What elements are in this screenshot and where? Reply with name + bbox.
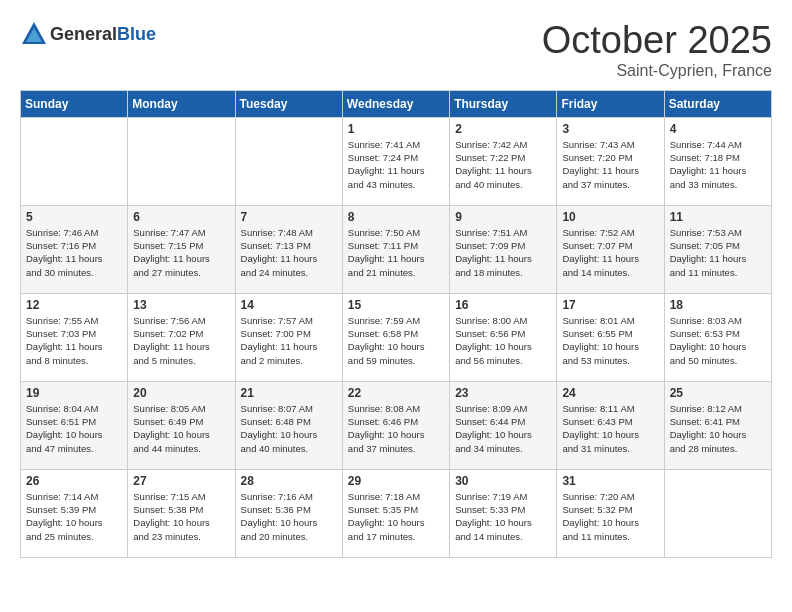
calendar-cell: 19Sunrise: 8:04 AM Sunset: 6:51 PM Dayli… [21,381,128,469]
day-number: 13 [133,298,229,312]
day-number: 26 [26,474,122,488]
cell-info: Sunrise: 7:51 AM Sunset: 7:09 PM Dayligh… [455,226,551,279]
cell-info: Sunrise: 7:46 AM Sunset: 7:16 PM Dayligh… [26,226,122,279]
calendar-cell: 2Sunrise: 7:42 AM Sunset: 7:22 PM Daylig… [450,117,557,205]
calendar-cell: 26Sunrise: 7:14 AM Sunset: 5:39 PM Dayli… [21,469,128,557]
calendar-cell: 4Sunrise: 7:44 AM Sunset: 7:18 PM Daylig… [664,117,771,205]
calendar-cell: 5Sunrise: 7:46 AM Sunset: 7:16 PM Daylig… [21,205,128,293]
calendar-week-row: 5Sunrise: 7:46 AM Sunset: 7:16 PM Daylig… [21,205,772,293]
calendar-cell [21,117,128,205]
cell-info: Sunrise: 8:05 AM Sunset: 6:49 PM Dayligh… [133,402,229,455]
weekday-header-cell: Saturday [664,90,771,117]
calendar-cell: 28Sunrise: 7:16 AM Sunset: 5:36 PM Dayli… [235,469,342,557]
title-block: October 2025 Saint-Cyprien, France [542,20,772,80]
logo-general-text: General [50,24,117,44]
cell-info: Sunrise: 7:59 AM Sunset: 6:58 PM Dayligh… [348,314,444,367]
calendar-cell [664,469,771,557]
day-number: 6 [133,210,229,224]
cell-info: Sunrise: 7:53 AM Sunset: 7:05 PM Dayligh… [670,226,766,279]
month-title: October 2025 [542,20,772,62]
cell-info: Sunrise: 8:03 AM Sunset: 6:53 PM Dayligh… [670,314,766,367]
day-number: 5 [26,210,122,224]
calendar-cell: 13Sunrise: 7:56 AM Sunset: 7:02 PM Dayli… [128,293,235,381]
day-number: 16 [455,298,551,312]
calendar-cell: 22Sunrise: 8:08 AM Sunset: 6:46 PM Dayli… [342,381,449,469]
calendar-cell: 20Sunrise: 8:05 AM Sunset: 6:49 PM Dayli… [128,381,235,469]
cell-info: Sunrise: 7:20 AM Sunset: 5:32 PM Dayligh… [562,490,658,543]
day-number: 11 [670,210,766,224]
day-number: 12 [26,298,122,312]
weekday-header-cell: Thursday [450,90,557,117]
cell-info: Sunrise: 7:56 AM Sunset: 7:02 PM Dayligh… [133,314,229,367]
cell-info: Sunrise: 7:15 AM Sunset: 5:38 PM Dayligh… [133,490,229,543]
cell-info: Sunrise: 7:16 AM Sunset: 5:36 PM Dayligh… [241,490,337,543]
calendar-cell: 24Sunrise: 8:11 AM Sunset: 6:43 PM Dayli… [557,381,664,469]
calendar-cell: 27Sunrise: 7:15 AM Sunset: 5:38 PM Dayli… [128,469,235,557]
calendar-cell: 18Sunrise: 8:03 AM Sunset: 6:53 PM Dayli… [664,293,771,381]
day-number: 10 [562,210,658,224]
calendar-cell: 6Sunrise: 7:47 AM Sunset: 7:15 PM Daylig… [128,205,235,293]
day-number: 29 [348,474,444,488]
cell-info: Sunrise: 7:47 AM Sunset: 7:15 PM Dayligh… [133,226,229,279]
calendar-cell: 31Sunrise: 7:20 AM Sunset: 5:32 PM Dayli… [557,469,664,557]
cell-info: Sunrise: 7:43 AM Sunset: 7:20 PM Dayligh… [562,138,658,191]
calendar-cell: 8Sunrise: 7:50 AM Sunset: 7:11 PM Daylig… [342,205,449,293]
calendar-cell: 1Sunrise: 7:41 AM Sunset: 7:24 PM Daylig… [342,117,449,205]
cell-info: Sunrise: 8:08 AM Sunset: 6:46 PM Dayligh… [348,402,444,455]
cell-info: Sunrise: 8:01 AM Sunset: 6:55 PM Dayligh… [562,314,658,367]
calendar-cell: 17Sunrise: 8:01 AM Sunset: 6:55 PM Dayli… [557,293,664,381]
day-number: 21 [241,386,337,400]
day-number: 2 [455,122,551,136]
cell-info: Sunrise: 8:00 AM Sunset: 6:56 PM Dayligh… [455,314,551,367]
day-number: 1 [348,122,444,136]
day-number: 20 [133,386,229,400]
day-number: 23 [455,386,551,400]
day-number: 24 [562,386,658,400]
logo-blue-text: Blue [117,24,156,44]
cell-info: Sunrise: 7:57 AM Sunset: 7:00 PM Dayligh… [241,314,337,367]
weekday-header-cell: Sunday [21,90,128,117]
cell-info: Sunrise: 7:18 AM Sunset: 5:35 PM Dayligh… [348,490,444,543]
calendar-cell: 3Sunrise: 7:43 AM Sunset: 7:20 PM Daylig… [557,117,664,205]
page-header: GeneralBlue October 2025 Saint-Cyprien, … [20,20,772,80]
calendar-cell: 12Sunrise: 7:55 AM Sunset: 7:03 PM Dayli… [21,293,128,381]
day-number: 31 [562,474,658,488]
day-number: 19 [26,386,122,400]
cell-info: Sunrise: 8:07 AM Sunset: 6:48 PM Dayligh… [241,402,337,455]
calendar-cell: 11Sunrise: 7:53 AM Sunset: 7:05 PM Dayli… [664,205,771,293]
day-number: 15 [348,298,444,312]
cell-info: Sunrise: 7:55 AM Sunset: 7:03 PM Dayligh… [26,314,122,367]
day-number: 27 [133,474,229,488]
calendar-week-row: 12Sunrise: 7:55 AM Sunset: 7:03 PM Dayli… [21,293,772,381]
weekday-header-cell: Tuesday [235,90,342,117]
calendar-week-row: 26Sunrise: 7:14 AM Sunset: 5:39 PM Dayli… [21,469,772,557]
day-number: 4 [670,122,766,136]
weekday-header-cell: Monday [128,90,235,117]
cell-info: Sunrise: 7:19 AM Sunset: 5:33 PM Dayligh… [455,490,551,543]
calendar-week-row: 19Sunrise: 8:04 AM Sunset: 6:51 PM Dayli… [21,381,772,469]
cell-info: Sunrise: 8:11 AM Sunset: 6:43 PM Dayligh… [562,402,658,455]
calendar-cell: 23Sunrise: 8:09 AM Sunset: 6:44 PM Dayli… [450,381,557,469]
day-number: 18 [670,298,766,312]
cell-info: Sunrise: 8:04 AM Sunset: 6:51 PM Dayligh… [26,402,122,455]
calendar-table: SundayMondayTuesdayWednesdayThursdayFrid… [20,90,772,558]
day-number: 14 [241,298,337,312]
weekday-header-cell: Wednesday [342,90,449,117]
cell-info: Sunrise: 7:48 AM Sunset: 7:13 PM Dayligh… [241,226,337,279]
location-title: Saint-Cyprien, France [542,62,772,80]
day-number: 3 [562,122,658,136]
calendar-cell: 10Sunrise: 7:52 AM Sunset: 7:07 PM Dayli… [557,205,664,293]
day-number: 8 [348,210,444,224]
weekday-header-cell: Friday [557,90,664,117]
cell-info: Sunrise: 7:14 AM Sunset: 5:39 PM Dayligh… [26,490,122,543]
cell-info: Sunrise: 7:50 AM Sunset: 7:11 PM Dayligh… [348,226,444,279]
calendar-cell: 25Sunrise: 8:12 AM Sunset: 6:41 PM Dayli… [664,381,771,469]
day-number: 9 [455,210,551,224]
calendar-cell: 16Sunrise: 8:00 AM Sunset: 6:56 PM Dayli… [450,293,557,381]
cell-info: Sunrise: 8:09 AM Sunset: 6:44 PM Dayligh… [455,402,551,455]
day-number: 22 [348,386,444,400]
logo-icon [20,20,48,48]
calendar-cell: 14Sunrise: 7:57 AM Sunset: 7:00 PM Dayli… [235,293,342,381]
day-number: 7 [241,210,337,224]
calendar-body: 1Sunrise: 7:41 AM Sunset: 7:24 PM Daylig… [21,117,772,557]
